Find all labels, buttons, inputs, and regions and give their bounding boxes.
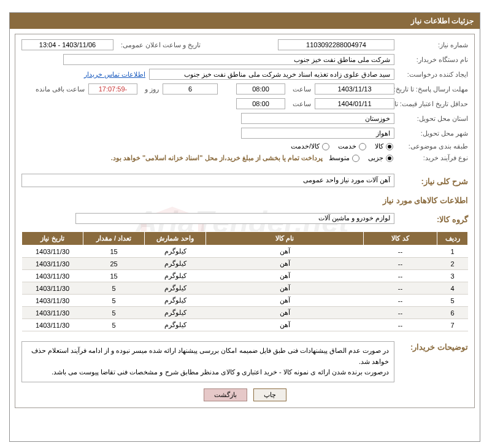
need-summary-label: شرح کلی نیاز: <box>394 177 468 186</box>
cell-code: -- <box>364 307 437 319</box>
category-group: کالا خدمت کالا/خدمت <box>291 142 393 150</box>
radio-icon <box>352 155 359 162</box>
group-label: گروه کالا: <box>394 215 468 224</box>
cell-name: آهن <box>206 319 364 331</box>
th-name: نام کالا <box>206 232 364 245</box>
table-row: 2--آهنکیلوگرم251403/11/30 <box>22 258 468 270</box>
cat-goods-label: کالا <box>375 142 383 150</box>
cat-goods[interactable]: کالا <box>375 142 393 150</box>
cell-code: -- <box>364 295 437 307</box>
table-row: 3--آهنکیلوگرم151403/11/30 <box>22 270 468 282</box>
group-value: لوازم خودرو و ماشین آلات <box>75 213 394 224</box>
cell-row: 2 <box>437 258 468 270</box>
cat-goods-services[interactable]: کالا/خدمت <box>291 142 329 150</box>
buyer-notes-label: توضیحات خریدار: <box>394 342 468 352</box>
radio-icon <box>386 155 393 162</box>
table-row: 5--آهنکیلوگرم51403/11/30 <box>22 295 468 307</box>
cell-date: 1403/11/30 <box>22 295 83 307</box>
buyer-notes-line-2: درصورت برنده شدن ارائه ی نمونه کالا - خر… <box>27 367 389 378</box>
cat-services-label: خدمت <box>338 142 356 150</box>
th-code: کد کالا <box>364 232 437 245</box>
time-remaining: 17:07:59- <box>88 83 137 95</box>
city-value: اهواز <box>241 128 394 139</box>
cell-name: آهن <box>206 270 364 282</box>
cell-qty: 5 <box>83 295 145 307</box>
cell-qty: 15 <box>83 245 145 258</box>
th-unit: واحد شمارش <box>145 232 206 245</box>
pt-medium[interactable]: متوسط <box>329 154 359 162</box>
table-row: 1--آهنکیلوگرم151403/11/30 <box>22 245 468 258</box>
cell-date: 1403/11/30 <box>22 270 83 282</box>
cell-name: آهن <box>206 282 364 295</box>
cell-code: -- <box>364 258 437 270</box>
cell-qty: 15 <box>83 270 145 282</box>
pt-partial-label: جزیی <box>368 154 383 162</box>
cell-unit: کیلوگرم <box>145 258 206 270</box>
back-button[interactable]: بازگشت <box>204 388 247 401</box>
table-row: 7--آهنکیلوگرم51403/11/30 <box>22 319 468 331</box>
need-number-label: شماره نیاز: <box>394 41 468 49</box>
buyer-org-label: نام دستگاه خریدار: <box>394 56 468 64</box>
need-summary-value: آهن آلات مورد نیاز واحد عمومی <box>21 174 394 187</box>
cell-unit: کیلوگرم <box>145 270 206 282</box>
cell-code: -- <box>364 270 437 282</box>
th-qty: تعداد / مقدار <box>83 232 145 245</box>
cell-date: 1403/11/30 <box>22 319 83 331</box>
response-deadline-date: 1403/11/13 <box>315 83 394 95</box>
buyer-org-value: شرکت ملی مناطق نفت خیز جنوب <box>63 54 394 65</box>
requestor-label: ایجاد کننده درخواست: <box>394 71 468 79</box>
buyer-contact-link[interactable]: اطلاعات تماس خریدار <box>84 71 145 79</box>
cell-date: 1403/11/30 <box>22 307 83 319</box>
response-deadline-label: مهلت ارسال پاسخ: تا تاریخ: <box>394 85 468 93</box>
announce-datetime-label: تاریخ و ساعت اعلان عمومی: <box>117 41 201 49</box>
cell-unit: کیلوگرم <box>145 282 206 295</box>
price-validity-date: 1404/01/11 <box>315 98 394 109</box>
cell-unit: کیلوگرم <box>145 307 206 319</box>
cell-row: 3 <box>437 270 468 282</box>
purchase-type-group: جزیی متوسط <box>329 154 393 162</box>
buyer-notes-line-1: در صورت عدم الصاق پیشنهادات فنی طبق فایل… <box>27 346 389 367</box>
cell-qty: 5 <box>83 282 145 295</box>
price-validity-label: حداقل تاریخ اعتبار قیمت: تا تاریخ: <box>394 99 468 108</box>
days-and-label: روز و <box>141 85 159 93</box>
requestor-value: سید صادق علوی زاده تغذیه اسناد خرید شرکت… <box>149 69 394 80</box>
cat-services[interactable]: خدمت <box>338 142 366 150</box>
cat-goods-services-label: کالا/خدمت <box>291 142 320 150</box>
table-row: 6--آهنکیلوگرم51403/11/30 <box>22 307 468 319</box>
days-remaining: 6 <box>163 83 218 95</box>
th-date: تاریخ نیاز <box>22 232 83 245</box>
category-label: طبقه بندی موضوعی: <box>394 142 468 150</box>
print-button[interactable]: چاپ <box>253 388 286 401</box>
cell-date: 1403/11/30 <box>22 245 83 258</box>
panel-title: جزئیات اطلاعات نیاز <box>10 13 480 29</box>
cell-qty: 5 <box>83 319 145 331</box>
purchase-type-label: نوع فرآیند خرید: <box>394 154 468 162</box>
radio-icon <box>386 143 393 150</box>
announce-datetime-value: 1403/11/06 - 13:04 <box>21 39 113 50</box>
items-table: ردیف کد کالا نام کالا واحد شمارش تعداد /… <box>21 231 468 331</box>
table-row: 4--آهنکیلوگرم51403/11/30 <box>22 282 468 295</box>
pt-partial[interactable]: جزیی <box>368 154 393 162</box>
city-label: شهر محل تحویل: <box>394 129 468 137</box>
cell-unit: کیلوگرم <box>145 245 206 258</box>
radio-icon <box>322 143 329 150</box>
cell-row: 6 <box>437 307 468 319</box>
cell-name: آهن <box>206 258 364 270</box>
purchase-note: پرداخت تمام یا بخشی از مبلغ خرید،از محل … <box>111 154 323 162</box>
cell-code: -- <box>364 245 437 258</box>
th-row: ردیف <box>437 232 468 245</box>
hour-label-2: ساعت <box>289 100 311 108</box>
province-value: خوزستان <box>241 113 394 124</box>
cell-row: 7 <box>437 319 468 331</box>
cell-name: آهن <box>206 307 364 319</box>
cell-unit: کیلوگرم <box>145 319 206 331</box>
cell-date: 1403/11/30 <box>22 258 83 270</box>
cell-date: 1403/11/30 <box>22 282 83 295</box>
radio-icon <box>359 143 366 150</box>
main-panel: جزئیات اطلاعات نیاز شماره نیاز: 11030922… <box>9 12 480 442</box>
hour-label-1: ساعت <box>289 85 311 93</box>
items-section-title: اطلاعات کالاهای مورد نیاز <box>21 196 468 205</box>
cell-code: -- <box>364 319 437 331</box>
cell-row: 4 <box>437 282 468 295</box>
cell-unit: کیلوگرم <box>145 295 206 307</box>
